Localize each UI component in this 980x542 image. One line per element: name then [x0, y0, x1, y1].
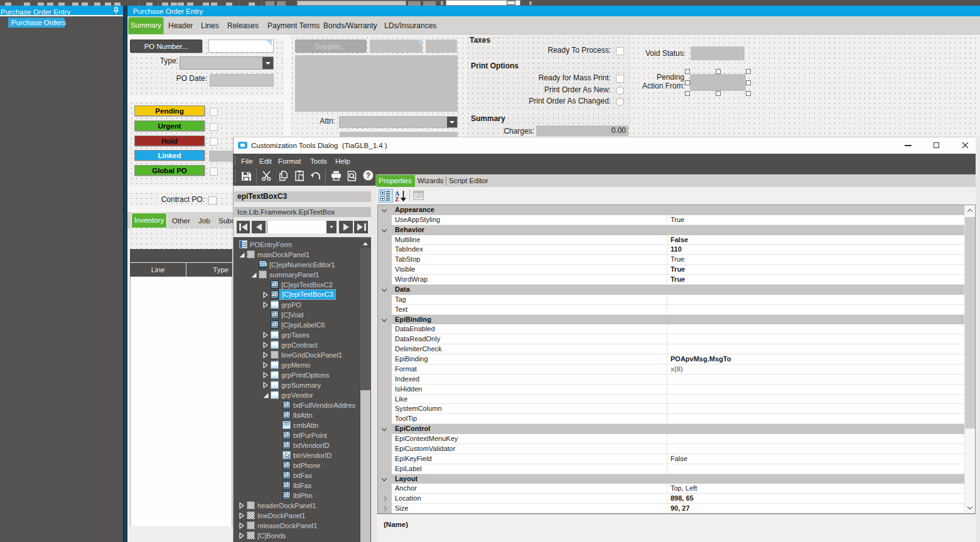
svg-text:Z: Z	[395, 196, 399, 202]
svg-text:?: ?	[366, 171, 370, 180]
